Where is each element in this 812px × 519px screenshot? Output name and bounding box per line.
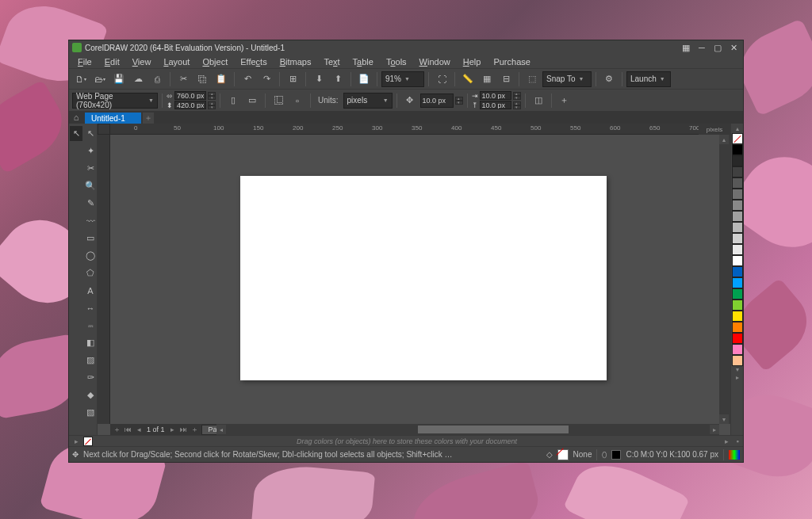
color-proof-icon[interactable] xyxy=(729,450,740,460)
scroll-right-icon[interactable]: ▸ xyxy=(710,425,719,434)
vertical-ruler[interactable] xyxy=(98,135,110,424)
color-swatch[interactable] xyxy=(732,233,743,244)
add-page-after-icon[interactable]: ＋ xyxy=(190,425,200,434)
color-swatch[interactable] xyxy=(732,333,743,344)
menu-window[interactable]: Window xyxy=(414,56,456,67)
palette-down-icon[interactable]: ▾ xyxy=(732,366,742,374)
menu-help[interactable]: Help xyxy=(458,56,487,67)
horizontal-scrollbar[interactable]: ◂ ▸ xyxy=(216,424,719,435)
page-preset-dropdown[interactable]: Web Page (760x420)▼ xyxy=(72,93,158,109)
show-rulers-icon[interactable]: 📏 xyxy=(459,71,477,88)
current-page-icon[interactable]: ▫ xyxy=(289,92,306,109)
first-page-icon[interactable]: ⏮ xyxy=(123,425,132,434)
smart-fill-tool[interactable]: ▧ xyxy=(84,405,97,420)
minimize-button[interactable]: ─ xyxy=(695,42,708,53)
launch-dropdown[interactable]: Launch▼ xyxy=(626,71,671,87)
doc-palette-no-color[interactable] xyxy=(83,437,93,446)
zoom-tool[interactable]: 🔍 xyxy=(84,178,97,193)
nudge-distance-input[interactable] xyxy=(420,93,454,108)
landscape-button[interactable]: ▭ xyxy=(243,92,261,109)
save-button[interactable]: 💾 xyxy=(110,71,128,88)
drop-shadow-tool[interactable]: ◧ xyxy=(84,335,97,350)
options-icon[interactable]: ⚙ xyxy=(600,71,618,88)
menu-purchase[interactable]: Purchase xyxy=(488,56,535,67)
print-button[interactable]: ⎙ xyxy=(148,71,166,88)
menu-table[interactable]: Table xyxy=(347,56,379,67)
color-swatch[interactable] xyxy=(732,211,743,222)
palette-flyout-icon[interactable]: ▸ xyxy=(732,374,742,382)
menu-tools[interactable]: Tools xyxy=(381,56,412,67)
connector-tool[interactable]: ⎓ xyxy=(84,318,97,333)
dup-x-input[interactable] xyxy=(480,91,511,100)
fill-icon[interactable]: ◇ xyxy=(546,450,553,459)
quick-customize-icon[interactable]: ▦ xyxy=(680,42,692,53)
menu-text[interactable]: Text xyxy=(318,56,345,67)
menu-bitmaps[interactable]: Bitmaps xyxy=(274,56,317,67)
menu-file[interactable]: File xyxy=(72,56,98,67)
menu-object[interactable]: Object xyxy=(197,56,233,67)
cloud-button[interactable]: ☁ xyxy=(129,71,147,88)
color-swatch[interactable] xyxy=(732,288,743,300)
menu-layout[interactable]: Layout xyxy=(158,56,195,67)
publish-pdf-icon[interactable]: 📄 xyxy=(355,71,373,88)
last-page-icon[interactable]: ⏭ xyxy=(179,425,189,434)
color-swatch[interactable] xyxy=(732,300,743,311)
ruler-origin[interactable] xyxy=(98,124,110,135)
dup-y-input[interactable] xyxy=(480,101,511,109)
menu-view[interactable]: View xyxy=(127,56,157,67)
scroll-left-icon[interactable]: ◂ xyxy=(216,425,226,434)
redo-button[interactable]: ↷ xyxy=(258,71,275,88)
treat-as-filled-icon[interactable]: ◫ xyxy=(530,92,547,109)
ruler-units-button[interactable]: pixels xyxy=(699,124,730,135)
shape-tool[interactable]: ✦ xyxy=(84,143,97,158)
units-dropdown[interactable]: pixels▼ xyxy=(343,93,393,109)
color-swatch[interactable] xyxy=(732,166,743,177)
pick-tool[interactable]: ↖ xyxy=(84,126,97,141)
color-swatch[interactable] xyxy=(732,266,743,277)
scroll-thumb[interactable] xyxy=(418,426,569,433)
interactive-fill-tool[interactable]: ◆ xyxy=(84,387,97,403)
cut-icon[interactable]: ✂ xyxy=(174,71,192,88)
pick-tool-mini[interactable]: ↖ xyxy=(70,126,82,141)
export-button[interactable]: ⬆ xyxy=(329,71,347,88)
snap-to-dropdown[interactable]: Snap To▼ xyxy=(542,71,592,87)
artistic-media-tool[interactable]: 〰 xyxy=(84,213,97,228)
doc-palette-expand-icon[interactable]: ▸ xyxy=(69,436,83,447)
color-swatch[interactable] xyxy=(732,322,743,333)
freehand-tool[interactable]: ✎ xyxy=(84,196,97,211)
color-swatch[interactable] xyxy=(732,189,743,200)
outline-swatch[interactable] xyxy=(611,450,621,460)
drawing-page[interactable] xyxy=(240,176,607,380)
color-swatch[interactable] xyxy=(732,255,743,266)
open-button[interactable]: 🗁▾ xyxy=(91,71,109,88)
page-width-input[interactable] xyxy=(174,91,206,100)
close-button[interactable]: ✕ xyxy=(727,42,740,53)
new-button[interactable]: 🗋▾ xyxy=(72,71,90,88)
portrait-button[interactable]: ▯ xyxy=(224,92,242,109)
menu-effects[interactable]: Effects xyxy=(235,56,272,67)
transparency-tool[interactable]: ▨ xyxy=(84,353,97,368)
full-screen-icon[interactable]: ⛶ xyxy=(433,71,450,88)
search-content-icon[interactable]: ⊞ xyxy=(284,71,301,88)
palette-up-icon[interactable]: ▴ xyxy=(732,125,742,133)
height-down[interactable]: ▾ xyxy=(208,105,216,109)
all-pages-icon[interactable]: ⿺ xyxy=(270,92,287,109)
new-document-tab[interactable]: ＋ xyxy=(143,113,154,124)
color-swatch[interactable] xyxy=(732,200,743,211)
maximize-button[interactable]: ▢ xyxy=(711,42,724,53)
document-palette-hint[interactable]: ▸ Drag colors (or objects) here to store… xyxy=(69,435,743,446)
menu-edit[interactable]: Edit xyxy=(99,56,125,67)
page-height-input[interactable] xyxy=(174,101,206,109)
undo-button[interactable]: ↶ xyxy=(239,71,256,88)
color-swatch[interactable] xyxy=(732,355,743,366)
scroll-down-icon[interactable]: ▾ xyxy=(719,414,729,424)
snap-off-icon[interactable]: ⬚ xyxy=(523,71,541,88)
outline-icon[interactable]: ⬯ xyxy=(602,450,607,460)
ellipse-tool[interactable]: ◯ xyxy=(84,248,97,263)
no-color-swatch[interactable] xyxy=(732,133,743,144)
copy-icon[interactable]: ⿻ xyxy=(193,71,211,88)
add-preset-icon[interactable]: ＋ xyxy=(556,92,573,109)
color-swatch[interactable] xyxy=(732,155,743,166)
import-button[interactable]: ⬇ xyxy=(310,71,327,88)
color-swatch[interactable] xyxy=(732,144,743,155)
